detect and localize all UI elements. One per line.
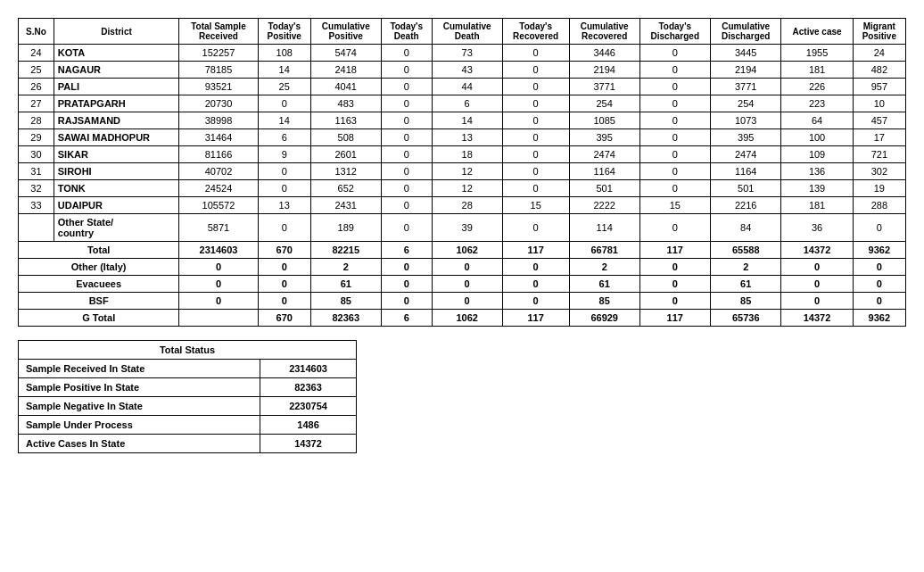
- cell-todays-dis: 0: [639, 146, 710, 163]
- cell-todays-rec: 0: [502, 79, 569, 95]
- cell-total-cum-death: 1062: [432, 242, 502, 259]
- cell-gt-todays-pos: 670: [258, 310, 310, 327]
- header-total-sample: Total SampleReceived: [179, 19, 258, 45]
- cell-todays-death: 0: [381, 146, 432, 163]
- cell-italy-active: 0: [781, 259, 853, 276]
- cell-cum-dis: 1164: [711, 163, 781, 180]
- cell-todays-pos: 108: [258, 45, 310, 62]
- summary-label: Sample Positive In State: [19, 378, 260, 397]
- summary-value: 2230754: [260, 397, 357, 416]
- header-cumulative-discharged: CumulativeDischarged: [711, 19, 781, 45]
- cell-migrant: 302: [853, 163, 905, 180]
- cell-gt-todays-rec: 117: [502, 310, 569, 327]
- cell-total-sample: 24524: [179, 180, 258, 197]
- cell-cum-pos: 1312: [310, 163, 381, 180]
- cell-migrant: 457: [853, 112, 905, 129]
- summary-row: Sample Negative In State 2230754: [19, 397, 357, 416]
- cell-cum-pos: 2431: [310, 197, 381, 214]
- cell-ev-todays-death: 0: [381, 276, 432, 293]
- header-todays-recovered: Today'sRecovered: [502, 19, 569, 45]
- cell-cum-dis: 501: [711, 180, 781, 197]
- cell-italy-todays-death: 0: [381, 259, 432, 276]
- cell-italy-cum-pos: 2: [310, 259, 381, 276]
- cell-active: 136: [781, 163, 853, 180]
- cell-cum-rec: 254: [569, 95, 639, 112]
- table-row: 28 RAJSAMAND 38998 14 1163 0 14 0 1085 0…: [19, 112, 906, 129]
- cell-italy-todays-rec: 0: [502, 259, 569, 276]
- cell-italy-todays-pos: 0: [258, 259, 310, 276]
- cell-active: 109: [781, 146, 853, 163]
- cell-total-sample: 78185: [179, 62, 258, 79]
- cell-bsf-sample: 0: [179, 293, 258, 310]
- header-district: District: [54, 19, 179, 45]
- cell-cum-death: 39: [432, 214, 502, 242]
- summary-value: 14372: [260, 435, 357, 453]
- summary-label: Sample Under Process: [19, 416, 260, 435]
- cell-total-sample: 152257: [179, 45, 258, 62]
- cell-todays-dis: 0: [639, 163, 710, 180]
- summary-label: Sample Negative In State: [19, 397, 260, 416]
- cell-total-sample: 38998: [179, 112, 258, 129]
- cell-active: 36: [781, 214, 853, 242]
- table-row: 29 SAWAI MADHOPUR 31464 6 508 0 13 0 395…: [19, 129, 906, 146]
- cell-gt-migrant: 9362: [853, 310, 905, 327]
- cell-cum-rec: 395: [569, 129, 639, 146]
- cell-bsf-todays-dis: 0: [639, 293, 710, 310]
- cell-bsf-cum-pos: 85: [310, 293, 381, 310]
- cell-active: 181: [781, 197, 853, 214]
- cell-todays-dis: 0: [639, 45, 710, 62]
- cell-todays-pos: 14: [258, 62, 310, 79]
- cell-gt-cum-death: 1062: [432, 310, 502, 327]
- header-todays-discharged: Today'sDischarged: [639, 19, 710, 45]
- table-row: 33 UDAIPUR 105572 13 2431 0 28 15 2222 1…: [19, 197, 906, 214]
- cell-cum-dis: 3771: [711, 79, 781, 95]
- cell-total-todays-death: 6: [381, 242, 432, 259]
- other-italy-row: Other (Italy) 0 0 2 0 0 0 2 0 2 0 0: [19, 259, 906, 276]
- cell-sno: 25: [19, 62, 54, 79]
- summary-label: Sample Received In State: [19, 360, 260, 378]
- cell-todays-dis: 0: [639, 214, 710, 242]
- cell-todays-pos: 0: [258, 163, 310, 180]
- cell-bsf-todays-death: 0: [381, 293, 432, 310]
- cell-cum-rec: 3446: [569, 45, 639, 62]
- cell-italy-cum-dis: 2: [711, 259, 781, 276]
- cell-district: RAJSAMAND: [54, 112, 179, 129]
- cell-district: TONK: [54, 180, 179, 197]
- cell-ev-sample: 0: [179, 276, 258, 293]
- cell-gt-sample: [179, 310, 258, 327]
- cell-sno: 32: [19, 180, 54, 197]
- cell-todays-dis: 0: [639, 180, 710, 197]
- cell-sno: [19, 214, 54, 242]
- cell-italy-cum-death: 0: [432, 259, 502, 276]
- cell-ev-todays-rec: 0: [502, 276, 569, 293]
- cell-bsf-todays-rec: 0: [502, 293, 569, 310]
- cell-gt-label: G Total: [19, 310, 179, 327]
- summary-title: Total Status: [19, 341, 357, 360]
- cell-cum-dis: 2474: [711, 146, 781, 163]
- header-cumulative-death: CumulativeDeath: [432, 19, 502, 45]
- cell-cum-rec: 114: [569, 214, 639, 242]
- cell-total-sample: 31464: [179, 129, 258, 146]
- cell-cum-rec: 1164: [569, 163, 639, 180]
- cell-total-sample: 93521: [179, 79, 258, 95]
- cell-cum-pos: 4041: [310, 79, 381, 95]
- cell-migrant: 10: [853, 95, 905, 112]
- cell-active: 64: [781, 112, 853, 129]
- cell-todays-death: 0: [381, 45, 432, 62]
- cell-cum-pos: 1163: [310, 112, 381, 129]
- header-sno: S.No: [19, 19, 54, 45]
- cell-total-sample: 40702: [179, 163, 258, 180]
- cell-total-todays-pos: 670: [258, 242, 310, 259]
- cell-todays-pos: 6: [258, 129, 310, 146]
- cell-gt-active: 14372: [781, 310, 853, 327]
- cell-active: 226: [781, 79, 853, 95]
- cell-sno: 33: [19, 197, 54, 214]
- cell-ev-cum-death: 0: [432, 276, 502, 293]
- cell-cum-dis: 3445: [711, 45, 781, 62]
- cell-bsf-cum-rec: 85: [569, 293, 639, 310]
- cell-migrant: 957: [853, 79, 905, 95]
- cell-total-sample: 81166: [179, 146, 258, 163]
- summary-row: Sample Under Process 1486: [19, 416, 357, 435]
- table-row: 25 NAGAUR 78185 14 2418 0 43 0 2194 0 21…: [19, 62, 906, 79]
- cell-active: 181: [781, 62, 853, 79]
